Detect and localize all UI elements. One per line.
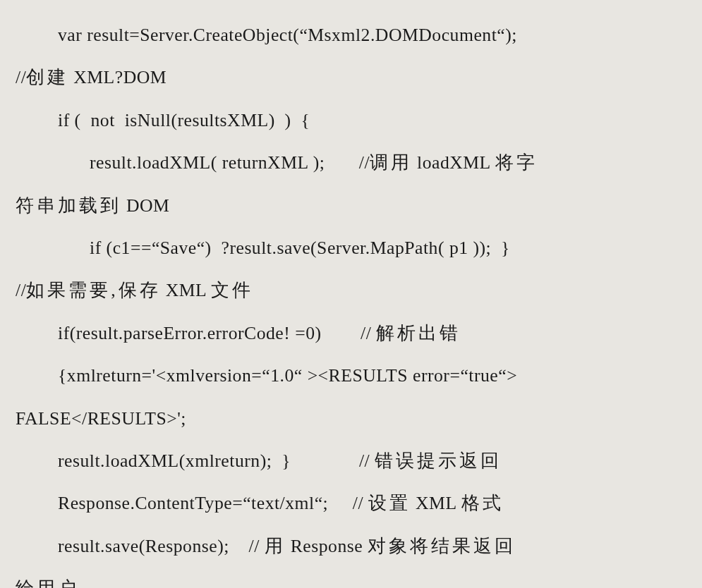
code-text: loadXML [412, 152, 495, 173]
code-line: if ( not isNull(resultsXML) ) { [16, 99, 686, 142]
code-text: DOM [121, 195, 169, 216]
code-text-cjk: 错误提示返回 [375, 451, 502, 471]
code-text: XML?DOM [68, 67, 167, 87]
code-line: FALSE</RESULTS>'; [16, 398, 686, 440]
code-text-cjk: 符串加载到 [16, 195, 121, 216]
code-text-cjk: 用 [265, 536, 286, 556]
code-text: FALSE</RESULTS>'; [16, 408, 186, 429]
code-line: if (c1==“Save“) ?result.save(Server.MapP… [16, 227, 686, 269]
code-text-cjk: 设置 [368, 493, 411, 513]
code-text-cjk: 将字 [495, 152, 538, 173]
code-line: 给用户。 [16, 568, 686, 588]
code-text: XML [161, 280, 211, 300]
code-text-cjk: 文件 [211, 280, 253, 300]
code-line: {xmlreturn='<xmlversion=“1.0“ ><RESULTS … [16, 355, 686, 397]
code-text: if (c1==“Save“) ?result.save(Server.MapP… [90, 238, 510, 258]
code-line: var result=Server.CreateObject(“Msxml2.D… [16, 14, 686, 56]
code-text: // [16, 67, 26, 87]
code-line: result.loadXML(xmlreturn); } // 错误提示返回 [16, 440, 686, 482]
code-line: if(result.parseError.errorCode! =0) // 解… [16, 312, 686, 355]
code-text: var result=Server.CreateObject(“Msxml2.D… [58, 25, 517, 45]
code-text: if ( not isNull(resultsXML) ) { [58, 110, 310, 130]
code-line: //如果需要,保存 XML 文件 [16, 269, 686, 312]
code-text: XML [411, 493, 461, 513]
code-text: {xmlreturn='<xmlversion=“1.0“ ><RESULTS … [58, 365, 517, 386]
code-line: result.save(Response); // 用 Response 对象将… [16, 525, 686, 568]
code-text-cjk: 给用户。 [16, 578, 100, 588]
code-line: 符串加载到 DOM [16, 185, 686, 227]
code-line: //创建 XML?DOM [16, 56, 686, 99]
code-text-cjk: 格式 [461, 493, 504, 513]
code-text-cjk: 如果需要,保存 [26, 280, 160, 300]
code-text: Response.ContentType=“text/xml“; // [58, 493, 368, 513]
code-text: Response [286, 536, 368, 556]
code-text-cjk: 对象将结果返回 [368, 536, 516, 556]
code-text-cjk: 创建 [26, 67, 68, 87]
code-text: if(result.parseError.errorCode! =0) // [58, 323, 376, 343]
code-text: result.loadXML(xmlreturn); } // [58, 451, 375, 471]
code-text-cjk: 调用 [370, 152, 412, 173]
code-line: Response.ContentType=“text/xml“; // 设置 X… [16, 482, 686, 525]
code-line: result.loadXML( returnXML ); //调用 loadXM… [16, 142, 686, 184]
code-document: var result=Server.CreateObject(“Msxml2.D… [0, 0, 702, 588]
code-text: result.save(Response); // [58, 536, 265, 556]
code-text: result.loadXML( returnXML ); // [90, 152, 370, 173]
code-text: // [16, 280, 26, 300]
code-text-cjk: 解析出错 [376, 323, 461, 343]
